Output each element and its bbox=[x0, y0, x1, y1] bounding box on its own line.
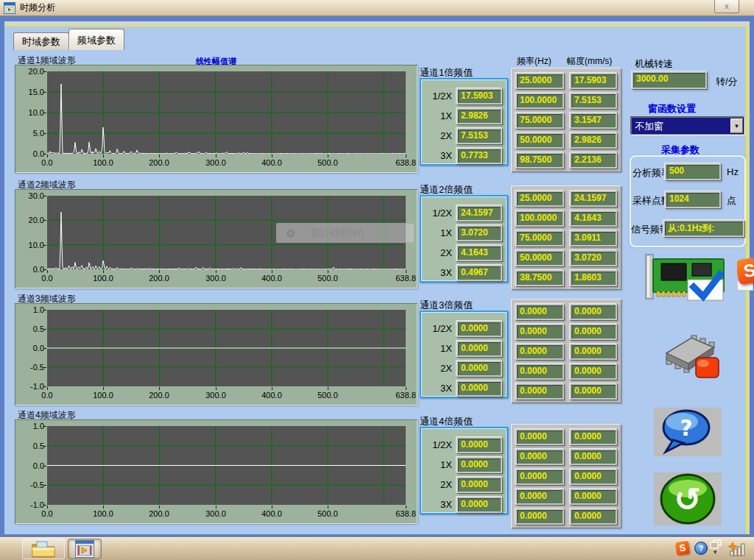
chip-button[interactable] bbox=[658, 331, 724, 380]
ime-float[interactable]: S bbox=[737, 258, 754, 294]
freq-value: 0.0000 bbox=[517, 325, 563, 339]
x-axis-tick-label: 200.0 bbox=[142, 158, 176, 167]
taskbar-labview-button[interactable] bbox=[68, 539, 102, 559]
chart-frame: 1.00.50.0-0.5-1.00.0100.0200.0300.0400.0… bbox=[15, 303, 417, 405]
x-axis-tick-label: 500.0 bbox=[311, 274, 345, 283]
multiple-value-field: 0.0000 bbox=[457, 361, 502, 377]
x-tick-mark bbox=[406, 270, 406, 273]
panel-accent: 时域参数 频域参数 频率(Hz) 幅度(mm/s) 机械转速 3000.00 转… bbox=[4, 25, 748, 534]
amplitude-value: 0.0000 bbox=[571, 470, 616, 483]
freq-value: 0.0000 bbox=[517, 430, 563, 444]
freq-value: 50.0000 bbox=[517, 252, 563, 265]
x-axis-tick-label: 0.0 bbox=[30, 158, 64, 167]
multiple-value: 0.0000 bbox=[458, 458, 501, 472]
tray-help-icon[interactable]: ? bbox=[694, 542, 708, 555]
multiple-value-field: 0.7733 bbox=[457, 148, 502, 164]
refresh-button[interactable]: ↺ bbox=[654, 472, 722, 525]
x-tick-mark bbox=[103, 506, 104, 508]
speed-value[interactable]: 3000.00 bbox=[633, 73, 705, 88]
amplitude-value-field: 0.0000 bbox=[570, 324, 617, 340]
amplitude-value-field: 3.1547 bbox=[570, 113, 617, 129]
multiple-order-label: 2X bbox=[423, 130, 452, 141]
multiple-value-field: 7.5153 bbox=[457, 128, 502, 144]
taskbar-explorer-button[interactable] bbox=[22, 539, 65, 559]
multiples-panel: 1/2X17.59031X2.98262X7.51533X0.7733 bbox=[420, 78, 508, 166]
tab-time-domain[interactable]: 时域参数 bbox=[13, 32, 69, 50]
window-client: 时域参数 频域参数 频率(Hz) 幅度(mm/s) 机械转速 3000.00 转… bbox=[0, 16, 754, 536]
x-axis-tick-label: 0.0 bbox=[30, 509, 64, 518]
close-button[interactable]: x bbox=[714, 0, 739, 13]
tab-frequency-domain[interactable]: 频域参数 bbox=[68, 29, 124, 50]
y-tick-mark bbox=[43, 367, 46, 368]
tray-sogou-icon[interactable]: S bbox=[675, 541, 690, 556]
hardware-card-button[interactable] bbox=[639, 253, 736, 303]
amplitude-value-field: 0.0000 bbox=[570, 508, 617, 525]
analysis-freq-input[interactable]: 500 bbox=[665, 163, 721, 180]
freq-value: 25.0000 bbox=[517, 192, 563, 205]
amplitude-value: 0.0000 bbox=[571, 450, 616, 464]
sample-count-input[interactable]: 1024 bbox=[665, 191, 721, 208]
multiple-order-label: 1X bbox=[423, 227, 452, 238]
signal-band-field: 从:0.1Hz到: bbox=[663, 220, 744, 237]
freq-value: 50.0000 bbox=[517, 134, 563, 147]
amplitude-value: 2.9826 bbox=[571, 134, 616, 147]
amplitude-value: 3.0911 bbox=[571, 232, 616, 245]
multiples-panel: 1/2X0.00001X0.00002X0.00003X0.0000 bbox=[420, 427, 508, 514]
amplitude-value: 17.5903 bbox=[571, 74, 616, 88]
y-axis-tick-label: 20.0 bbox=[15, 216, 44, 224]
amplitude-value-field: 0.0000 bbox=[570, 344, 617, 360]
multiple-order-label: 3X bbox=[423, 267, 452, 278]
sample-count-value[interactable]: 1024 bbox=[666, 193, 719, 207]
multiples-panel: 1/2X0.00001X0.00002X0.00003X0.0000 bbox=[420, 311, 508, 398]
freq-value-field: 0.0000 bbox=[515, 364, 564, 380]
x-axis-tick-label: 100.0 bbox=[86, 274, 120, 283]
tray-caret-icon[interactable]: ▾ bbox=[714, 548, 717, 556]
window-function-dropdown[interactable]: 不加窗 ▼ bbox=[631, 117, 744, 135]
multiple-order-label: 1/2X bbox=[423, 208, 452, 219]
speed-input[interactable]: 3000.00 bbox=[632, 71, 707, 89]
y-axis-tick-label: 0.0 bbox=[15, 461, 44, 470]
y-tick-mark bbox=[43, 426, 46, 427]
x-tick-mark bbox=[328, 387, 328, 390]
x-axis-tick-label: 500.0 bbox=[311, 391, 345, 400]
freq-value-field: 25.0000 bbox=[515, 73, 564, 89]
x-axis-tick-label: 400.0 bbox=[255, 158, 289, 167]
y-tick-mark bbox=[43, 466, 46, 467]
multiple-value: 0.4967 bbox=[458, 266, 501, 280]
spectrum-svg bbox=[47, 310, 406, 386]
freq-value-field: 38.7500 bbox=[515, 270, 564, 286]
x-tick-mark bbox=[272, 387, 272, 390]
panel-frame: 时域参数 频域参数 频率(Hz) 幅度(mm/s) 机械转速 3000.00 转… bbox=[4, 21, 750, 534]
freq-value-field: 0.0000 bbox=[515, 429, 564, 445]
multiple-order-label: 1/2X bbox=[423, 323, 452, 334]
x-tick-mark bbox=[216, 270, 216, 273]
freq-value-field: 50.0000 bbox=[515, 250, 564, 266]
tray-network-icon[interactable] bbox=[727, 541, 747, 557]
x-tick-mark bbox=[47, 387, 48, 390]
y-axis-tick-label: 30.0 bbox=[15, 191, 44, 200]
freq-value-field: 50.0000 bbox=[515, 132, 564, 149]
help-button[interactable]: ? bbox=[654, 408, 722, 456]
multiple-value-field: 24.1597 bbox=[457, 205, 502, 221]
amplitude-value-field: 2.9826 bbox=[570, 132, 617, 149]
y-tick-mark bbox=[43, 386, 46, 387]
amplitude-value-field: 0.0000 bbox=[570, 364, 617, 380]
y-tick-mark bbox=[43, 329, 46, 330]
freq-value-field: 75.0000 bbox=[515, 113, 564, 129]
chevron-down-icon[interactable]: ▼ bbox=[730, 118, 743, 133]
x-axis-tick-label: 100.0 bbox=[86, 391, 120, 400]
x-tick-mark bbox=[159, 387, 160, 390]
x-tick-mark bbox=[103, 270, 104, 273]
multiple-order-label: 1/2X bbox=[423, 91, 452, 102]
amplitude-value: 24.1597 bbox=[571, 192, 616, 205]
y-tick-mark bbox=[43, 133, 46, 134]
sogou-logo-icon[interactable]: S bbox=[737, 258, 754, 286]
analysis-freq-value[interactable]: 500 bbox=[666, 165, 719, 179]
speed-unit: 转/分 bbox=[716, 75, 738, 88]
x-tick-mark bbox=[272, 270, 272, 273]
x-axis-tick-label: 400.0 bbox=[255, 274, 289, 283]
spectrum-svg bbox=[47, 426, 406, 505]
screenshot-menu-overlay[interactable]: 窗口截图(W) bbox=[276, 223, 415, 243]
x-tick-mark bbox=[47, 506, 48, 508]
x-axis-tick-label: 100.0 bbox=[86, 158, 120, 167]
